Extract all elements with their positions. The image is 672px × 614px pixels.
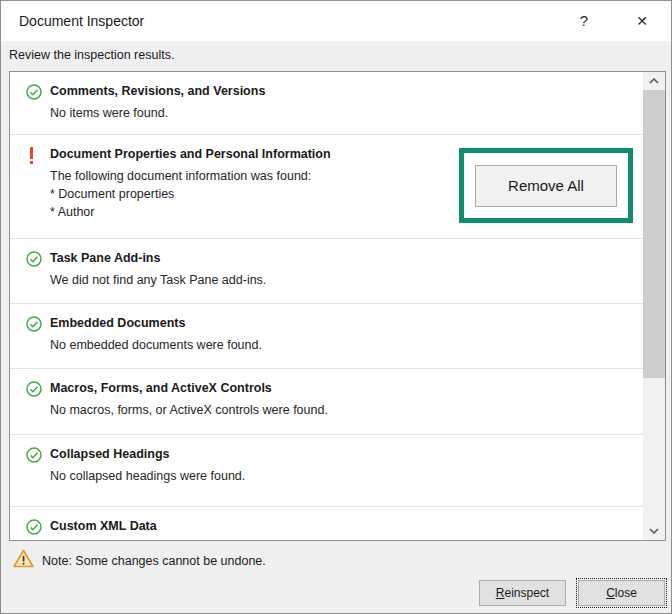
title-bar: Document Inspector ? ✕ <box>1 1 671 41</box>
reinspect-button[interactable]: Reinspect <box>479 580 566 606</box>
result-detail: No items were found. <box>50 104 633 122</box>
close-button[interactable]: Close <box>578 580 665 606</box>
close-accesskey: C <box>606 586 615 600</box>
close-icon[interactable]: ✕ <box>626 1 658 41</box>
help-icon[interactable]: ? <box>568 1 600 41</box>
check-circle-icon <box>26 316 42 332</box>
result-detail: No macros, forms, or ActiveX controls we… <box>50 401 633 419</box>
highlight-annotation-box: Remove All <box>459 148 633 223</box>
exclamation-icon <box>30 147 46 163</box>
result-row-collapsed-headings: Collapsed Headings No collapsed headings… <box>10 435 643 507</box>
inspection-results-panel: Comments, Revisions, and Versions No ite… <box>9 71 666 541</box>
dialog-title: Document Inspector <box>19 1 144 41</box>
chevron-up-icon[interactable] <box>643 72 665 90</box>
result-title: Custom XML Data <box>50 519 633 533</box>
result-row-comments: Comments, Revisions, and Versions No ite… <box>10 72 643 135</box>
result-title: Task Pane Add-ins <box>50 251 633 265</box>
result-row-task-pane-addins: Task Pane Add-ins We did not find any Ta… <box>10 239 643 304</box>
document-inspector-dialog: Document Inspector ? ✕ Review the inspec… <box>0 0 672 614</box>
subtitle-text: Review the inspection results. <box>9 48 174 62</box>
check-circle-icon <box>26 381 42 397</box>
result-detail: We did not find any Task Pane add-ins. <box>50 271 633 289</box>
check-circle-icon <box>26 519 42 535</box>
result-row-custom-xml-data: Custom XML Data <box>10 507 643 541</box>
result-title: Collapsed Headings <box>50 447 633 461</box>
note-text: Note: Some changes cannot be undone. <box>42 554 266 568</box>
check-circle-icon <box>26 447 42 463</box>
scrollbar-thumb[interactable] <box>643 90 665 378</box>
close-label: lose <box>615 586 637 600</box>
check-circle-icon <box>26 84 42 100</box>
note-row: Note: Some changes cannot be undone. <box>13 549 266 572</box>
remove-all-button[interactable]: Remove All <box>475 165 617 207</box>
chevron-down-icon[interactable] <box>643 522 665 540</box>
result-title: Comments, Revisions, and Versions <box>50 84 633 98</box>
result-title: Embedded Documents <box>50 316 633 330</box>
check-circle-icon <box>26 251 42 267</box>
result-row-macros: Macros, Forms, and ActiveX Controls No m… <box>10 369 643 435</box>
result-row-embedded-documents: Embedded Documents No embedded documents… <box>10 304 643 369</box>
result-detail: No embedded documents were found. <box>50 336 633 354</box>
results-list: Comments, Revisions, and Versions No ite… <box>10 72 643 540</box>
warning-triangle-icon <box>13 549 34 572</box>
result-detail: No collapsed headings were found. <box>50 467 633 485</box>
results-scrollbar[interactable] <box>643 72 665 540</box>
result-row-document-properties: Document Properties and Personal Informa… <box>10 135 643 239</box>
result-title: Macros, Forms, and ActiveX Controls <box>50 381 633 395</box>
reinspect-label: einspect <box>504 586 549 600</box>
